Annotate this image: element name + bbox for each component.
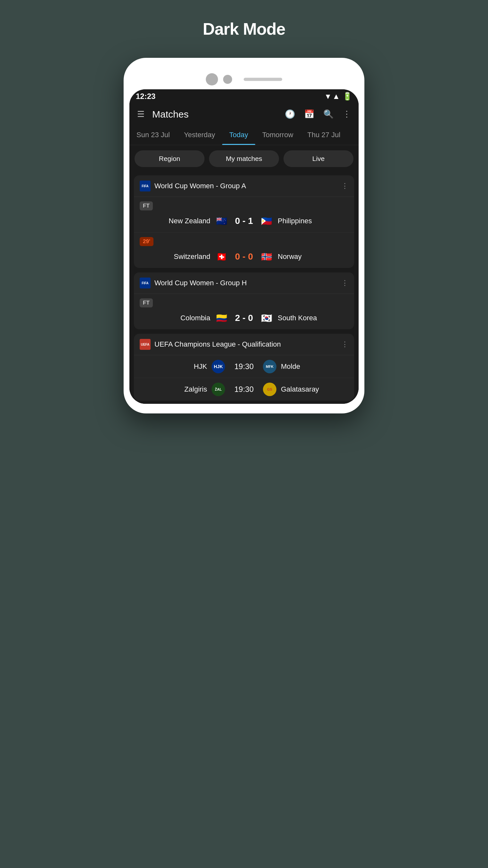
matches-container: FIFA World Cup Women - Group A ⋮ FT New …: [129, 172, 359, 404]
tab-yesterday[interactable]: Yesterday: [177, 125, 222, 145]
home-flag: 🇳🇿: [215, 214, 228, 228]
match-time: 19:30: [230, 385, 258, 394]
teams-row: Colombia 🇨🇴 2 - 0 🇰🇷 South Korea: [140, 311, 348, 325]
fifa-league-icon-h: FIFA: [140, 278, 151, 288]
status-time: 12:23: [136, 92, 155, 101]
history-icon[interactable]: 🕐: [284, 108, 296, 121]
table-row[interactable]: HJK HJK 19:30 MFK Molde: [134, 355, 354, 378]
away-team-name: Norway: [278, 252, 329, 261]
away-team-name: Philippines: [278, 217, 329, 225]
away-flag: 🇵🇭: [260, 214, 273, 228]
teams-row: HJK HJK 19:30 MFK Molde: [140, 360, 348, 373]
home-team-name: HJK: [156, 362, 207, 371]
group-header-world-cup-h: FIFA World Cup Women - Group H ⋮: [134, 272, 354, 294]
group-more-icon-a[interactable]: ⋮: [341, 182, 348, 190]
page-title: Dark Mode: [203, 19, 285, 38]
more-icon[interactable]: ⋮: [341, 108, 352, 121]
home-team-name: Switzerland: [159, 252, 210, 261]
calendar-icon[interactable]: 📅: [303, 108, 316, 121]
tab-today[interactable]: Today: [222, 125, 255, 145]
home-club-icon-zalgiris: ŽAL: [212, 382, 225, 396]
away-flag: 🇳🇴: [260, 250, 273, 264]
home-team-name: Zalgiris: [156, 385, 207, 394]
teams-row: New Zealand 🇳🇿 0 - 1 🇵🇭 Philippines: [140, 214, 348, 228]
phone-camera-area: [129, 67, 359, 89]
tab-sun23jul[interactable]: Sun 23 Jul: [129, 125, 177, 145]
phone-screen: 12:23 ▾ ▲ 🔋 ☰ Matches 🕐 📅 🔍 ⋮ Sun 23 Jul…: [129, 89, 359, 404]
camera-lens: [206, 73, 218, 86]
status-badge: FT: [140, 202, 153, 210]
home-team-name: New Zealand: [159, 217, 210, 225]
group-header-champions-league: UEFA UEFA Champions League - Qualificati…: [134, 334, 354, 355]
match-score: 0 - 1: [233, 216, 255, 226]
uefa-league-icon: UEFA: [140, 339, 151, 350]
match-time: 19:30: [230, 362, 258, 371]
speaker: [244, 78, 282, 81]
away-club-icon: MFK: [263, 360, 276, 373]
signal-icon: ▲: [332, 92, 340, 101]
away-team-name: Molde: [281, 362, 332, 371]
tab-tomorrow[interactable]: Tomorrow: [255, 125, 300, 145]
app-bar: ☰ Matches 🕐 📅 🔍 ⋮: [129, 103, 359, 125]
status-icons: ▾ ▲ 🔋: [326, 92, 352, 101]
menu-icon[interactable]: ☰: [136, 108, 146, 121]
live-filter-button[interactable]: Live: [284, 150, 354, 167]
home-flag: 🇨🇴: [215, 311, 228, 325]
home-team-name: Colombia: [159, 314, 210, 322]
group-header-world-cup-a: FIFA World Cup Women - Group A ⋮: [134, 176, 354, 197]
date-tabs: Sun 23 Jul Yesterday Today Tomorrow Thu …: [129, 125, 359, 145]
group-title-h: World Cup Women - Group H: [155, 279, 337, 287]
match-group-world-cup-h: FIFA World Cup Women - Group H ⋮ FT Colo…: [134, 272, 354, 329]
match-group-world-cup-a: FIFA World Cup Women - Group A ⋮ FT New …: [134, 176, 354, 268]
filter-row: Region My matches Live: [129, 145, 359, 172]
phone-frame: 12:23 ▾ ▲ 🔋 ☰ Matches 🕐 📅 🔍 ⋮ Sun 23 Jul…: [124, 58, 364, 413]
my-matches-filter-button[interactable]: My matches: [209, 150, 279, 167]
status-badge: FT: [140, 299, 153, 307]
home-club-icon: HJK: [212, 360, 225, 373]
group-more-icon-h[interactable]: ⋮: [341, 279, 348, 287]
away-team-name: Galatasaray: [281, 385, 332, 394]
away-club-icon-galatasaray: GS: [263, 382, 276, 396]
away-team-name: South Korea: [278, 314, 329, 322]
battery-icon: 🔋: [343, 92, 352, 101]
fifa-league-icon: FIFA: [140, 181, 151, 191]
teams-row: Switzerland 🇨🇭 0 - 0 🇳🇴 Norway: [140, 250, 348, 264]
table-row[interactable]: 29' Switzerland 🇨🇭 0 - 0 🇳🇴 Norway: [134, 232, 354, 268]
group-title-a: World Cup Women - Group A: [155, 182, 337, 190]
app-bar-title: Matches: [152, 109, 277, 120]
match-score: 0 - 0: [233, 251, 255, 262]
region-filter-button[interactable]: Region: [134, 150, 204, 167]
table-row[interactable]: Zalgiris ŽAL 19:30 GS Galatasaray: [134, 378, 354, 401]
home-flag: 🇨🇭: [215, 250, 228, 264]
camera-small: [223, 75, 232, 84]
wifi-icon: ▾: [326, 92, 330, 101]
match-group-champions-league: UEFA UEFA Champions League - Qualificati…: [134, 334, 354, 401]
group-title-cl: UEFA Champions League - Qualification: [155, 340, 337, 348]
away-flag: 🇰🇷: [260, 311, 273, 325]
status-bar: 12:23 ▾ ▲ 🔋: [129, 89, 359, 103]
status-badge: 29': [140, 237, 154, 246]
tab-thu27jul[interactable]: Thu 27 Jul: [300, 125, 347, 145]
table-row[interactable]: FT New Zealand 🇳🇿 0 - 1 🇵🇭 Philippines: [134, 197, 354, 232]
teams-row: Zalgiris ŽAL 19:30 GS Galatasaray: [140, 382, 348, 396]
group-more-icon-cl[interactable]: ⋮: [341, 340, 348, 348]
match-score: 2 - 0: [233, 313, 255, 323]
table-row[interactable]: FT Colombia 🇨🇴 2 - 0 🇰🇷 South Korea: [134, 294, 354, 329]
search-icon[interactable]: 🔍: [322, 108, 335, 121]
